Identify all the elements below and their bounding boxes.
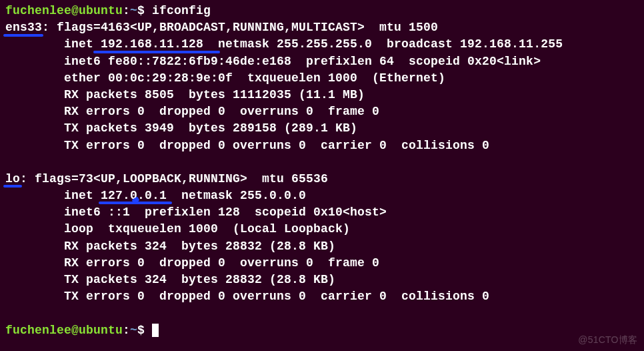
- ens33-rx-packets: RX packets 8505 bytes 11112035 (11.1 MB): [5, 87, 639, 103]
- prompt-colon: :: [123, 4, 130, 17]
- lo-rx-errors: RX errors 0 dropped 0 overruns 0 frame 0: [5, 255, 639, 272]
- prompt-path-2: ~: [130, 324, 137, 337]
- lo-loop: loop txqueuelen 1000 (Local Loopback): [5, 221, 639, 238]
- prompt-colon-2: :: [123, 324, 130, 337]
- iface-lo-name: lo:: [5, 172, 27, 186]
- ens33-rx-errors: RX errors 0 dropped 0 overruns 0 frame 0: [5, 103, 639, 120]
- prompt-user-host-2: fuchenlee@ubuntu: [5, 324, 123, 337]
- prompt-dollar: $: [137, 4, 152, 17]
- terminal-line-prompt2: fuchenlee@ubuntu:~$: [5, 322, 639, 339]
- annotation-underline-ip1: [93, 51, 220, 53]
- command-text[interactable]: ifconfig: [152, 4, 211, 17]
- prompt-path: ~: [130, 4, 137, 17]
- ens33-tx-errors: TX errors 0 dropped 0 overruns 0 carrier…: [5, 137, 639, 154]
- ens33-header: ens33: flags=4163<UP,BROADCAST,RUNNING,M…: [5, 19, 639, 36]
- ens33-tx-packets: TX packets 3949 bytes 289158 (289.1 KB): [5, 120, 639, 137]
- blank-line: [5, 154, 639, 171]
- ens33-inet6: inet6 fe80::7822:6fb9:46de:e168 prefixle…: [5, 53, 639, 70]
- cursor-block[interactable]: [152, 324, 159, 337]
- lo-flags: flags=73<UP,LOOPBACK,RUNNING> mtu 65536: [27, 172, 328, 186]
- watermark-text: @51CTO博客: [578, 334, 637, 347]
- annotation-underline-lo: [3, 185, 22, 188]
- ens33-ether: ether 00:0c:29:28:9e:0f txqueuelen 1000 …: [5, 70, 639, 87]
- lo-header: lo: flags=73<UP,LOOPBACK,RUNNING> mtu 65…: [5, 171, 639, 188]
- lo-inet6: inet6 ::1 prefixlen 128 scopeid 0x10<hos…: [5, 204, 639, 221]
- prompt-dollar-2: $: [137, 324, 152, 337]
- iface-ens33-name: ens33:: [5, 21, 49, 34]
- lo-rx-packets: RX packets 324 bytes 28832 (28.8 KB): [5, 238, 639, 255]
- lo-tx-packets: TX packets 324 bytes 28832 (28.8 KB): [5, 272, 639, 288]
- terminal-line-prompt1: fuchenlee@ubuntu:~$ ifconfig: [5, 3, 639, 19]
- prompt-user-host: fuchenlee@ubuntu: [5, 4, 123, 17]
- ens33-flags: flags=4163<UP,BROADCAST,RUNNING,MULTICAS…: [49, 21, 438, 34]
- blank-line-2: [5, 305, 639, 322]
- lo-tx-errors: TX errors 0 dropped 0 overruns 0 carrier…: [5, 288, 639, 305]
- annotation-underline-ens33: [3, 34, 43, 37]
